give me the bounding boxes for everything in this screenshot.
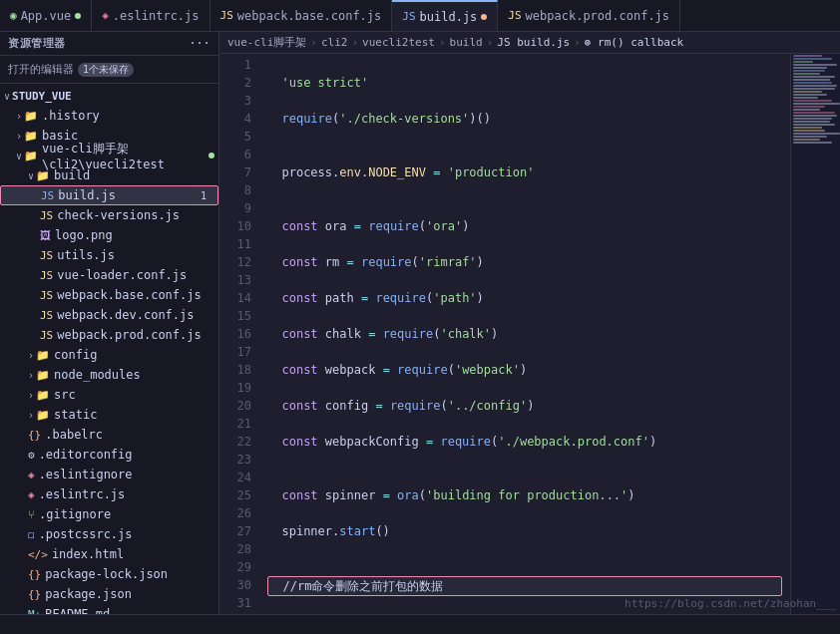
tab-webpack-prod[interactable]: JS webpack.prod.conf.js [498,0,680,31]
eslint-icon: ◈ [28,488,35,501]
breadcrumb-file: JS build.js [497,36,570,49]
code-line: const config = require('../config') [267,397,782,415]
unsaved-dot [75,13,81,19]
folder-icon: 📁 [36,349,50,362]
code-editor[interactable]: 'use strict' require('./check-versions')… [259,54,790,614]
item-label: logo.png [55,228,113,242]
sidebar-item-eslintignore[interactable]: ◈ .eslintignore [0,465,218,484]
sidebar-item-index-html[interactable]: </> index.html [0,544,218,564]
sidebar-item-webpack-base[interactable]: JS webpack.base.conf.js [0,285,218,305]
js-icon: JS [508,9,521,22]
item-label: build [54,168,90,182]
change-badge: 1 [196,190,211,201]
sidebar-item-vuecli2test[interactable]: ∨ 📁 vue-cli脚手架\cli2\vuecli2test [0,146,218,165]
json-icon: {} [28,568,41,581]
js-icon: JS [40,209,53,222]
folder-icon: 📁 [36,389,50,402]
sidebar-item-config[interactable]: › 📁 config [0,345,218,365]
breadcrumb-part: vue-cli脚手架 [227,35,306,50]
folder-icon: 📁 [36,169,50,182]
sidebar-item-src[interactable]: › 📁 src [0,385,218,405]
sidebar-item-vue-loader[interactable]: JS vue-loader.conf.js [0,265,218,285]
open-editors-section: 打开的编辑器 1个未保存 [0,56,218,84]
item-label: check-versions.js [57,208,180,222]
tab-app-vue[interactable]: ◉ App.vue [0,0,92,31]
modified-dot [481,14,487,20]
status-bar [0,614,840,634]
main-area: 资源管理器 ··· 打开的编辑器 1个未保存 ∨ STUDY_VUE › 📁 .… [0,32,840,614]
root-label: STUDY_VUE [12,90,72,103]
js-icon: JS [40,329,53,342]
tab-webpack-base[interactable]: JS webpack.base.conf.js [210,0,393,31]
item-label: package.json [45,587,132,601]
item-label: .history [42,109,100,123]
file-tree: ∨ STUDY_VUE › 📁 .history › 📁 basic ∨ 📁 v… [0,84,218,614]
sidebar-header: 资源管理器 ··· [0,32,218,56]
eslint-icon: ◈ [28,469,35,481]
sidebar-title: 资源管理器 [8,36,66,51]
sidebar-item-logo[interactable]: 🖼 logo.png [0,225,218,245]
json-icon: {} [28,429,41,442]
sidebar-item-static[interactable]: › 📁 static [0,405,218,425]
item-label: README.md [45,607,110,614]
unsaved-badge: 1个未保存 [78,63,134,77]
folder-icon: 📁 [24,130,38,143]
code-line: const spinner = ora('building for produc… [267,486,782,504]
png-icon: 🖼 [40,229,51,242]
sidebar-item-history[interactable]: › 📁 .history [0,106,218,126]
sidebar-item-readme[interactable]: M↓ README.md [0,604,218,614]
js-icon: JS [40,289,53,302]
item-label: index.html [52,547,124,561]
code-container: 12345 678910 1112131415 1617181920 21222… [219,54,840,614]
code-line: spinner.start() [267,522,782,540]
tab-eslintrc[interactable]: ◈ .eslintrc.js [92,0,210,31]
item-label: .eslintignore [39,468,133,481]
sidebar-item-gitignore[interactable]: ⑂ .gitignore [0,504,218,524]
sidebar-item-package-lock[interactable]: {} package-lock.json [0,564,218,584]
sidebar-menu-button[interactable]: ··· [190,37,210,50]
json-icon: {} [28,588,41,601]
sidebar-item-eslintrc[interactable]: ◈ .eslintrc.js [0,484,218,504]
chevron-right-icon: › [28,350,34,361]
code-line: const rm = require('rimraf') [267,253,782,271]
sidebar-item-webpack-dev[interactable]: JS webpack.dev.conf.js [0,305,218,325]
code-line: const webpackConfig = require('./webpack… [267,433,782,451]
item-label: webpack.base.conf.js [57,288,202,302]
breadcrumb-sep: › [439,36,446,49]
code-line: const ora = require('ora') [267,217,782,235]
js-icon: JS [40,269,53,282]
comment-line-17: //rm命令删除之前打包的数据 [267,576,782,596]
sidebar-item-webpack-prod[interactable]: JS webpack.prod.conf.js [0,325,218,345]
breadcrumb: vue-cli脚手架 › cli2 › vuecli2test › build … [219,32,840,54]
code-line: process.env.NODE_ENV = 'production' [267,163,782,181]
item-label: .babelrc [45,428,103,442]
breadcrumb-sep: › [351,36,358,49]
item-label: .gitignore [39,507,111,521]
js-icon: JS [40,309,53,322]
item-label: static [54,408,97,422]
sidebar-item-check-versions[interactable]: JS check-versions.js [0,205,218,225]
breadcrumb-sep: › [574,36,581,49]
tab-label: webpack.prod.conf.js [526,9,670,23]
modified-dot [209,153,214,158]
sidebar-item-utils[interactable]: JS utils.js [0,245,218,265]
chevron-right-icon: › [28,390,34,401]
sidebar-item-postcssrc[interactable]: ◻ .postcssrc.js [0,524,218,544]
code-line: const chalk = require('chalk') [267,325,782,343]
breadcrumb-part: build [450,36,483,49]
code-line: 'use strict' [267,74,782,92]
chevron-down-icon: ∨ [28,170,34,181]
git-icon: ⑂ [28,508,35,521]
sidebar-item-package[interactable]: {} package.json [0,584,218,604]
item-label: webpack.prod.conf.js [57,328,202,342]
chevron-down-icon: ∨ [16,151,22,161]
sidebar-item-node-modules[interactable]: › 📁 node_modules [0,365,218,385]
sidebar-item-editorconfig[interactable]: ⚙ .editorconfig [0,445,218,465]
sidebar-item-babelrc[interactable]: {} .babelrc [0,425,218,445]
editor-area: vue-cli脚手架 › cli2 › vuecli2test › build … [219,32,840,614]
sidebar-item-buildjs[interactable]: JS build.js 1 [0,185,218,205]
js-active-icon: JS [402,10,415,23]
tab-build-js[interactable]: JS build.js [392,0,498,31]
minimap [790,54,840,614]
tree-root[interactable]: ∨ STUDY_VUE [0,86,218,106]
